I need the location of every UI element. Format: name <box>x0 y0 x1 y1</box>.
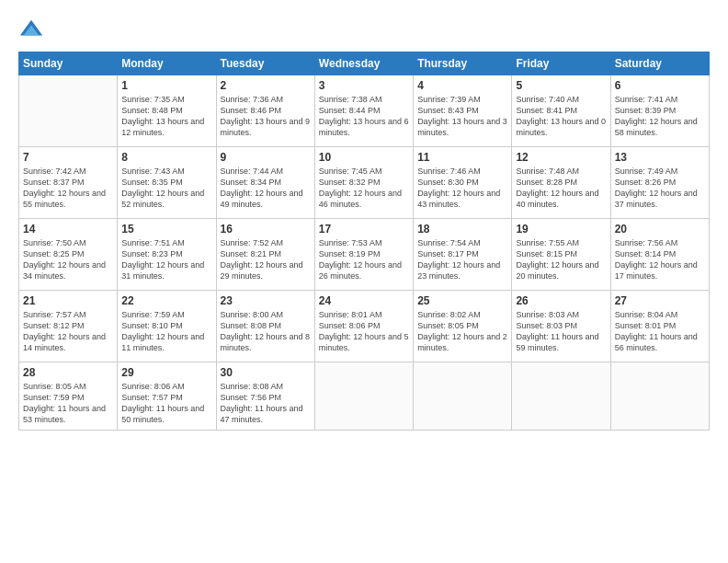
day-number: 13 <box>615 151 705 164</box>
cell-info: Sunrise: 7:53 AMSunset: 8:19 PMDaylight:… <box>319 237 409 282</box>
cell-info: Sunrise: 7:46 AMSunset: 8:30 PMDaylight:… <box>417 166 507 211</box>
day-number: 6 <box>615 79 705 92</box>
calendar-cell <box>512 362 610 431</box>
calendar-cell: 4Sunrise: 7:39 AMSunset: 8:43 PMDaylight… <box>414 75 512 147</box>
cell-info: Sunrise: 7:39 AMSunset: 8:43 PMDaylight:… <box>417 94 507 139</box>
cell-info: Sunrise: 8:00 AMSunset: 8:08 PMDaylight:… <box>221 309 311 354</box>
cell-info: Sunrise: 7:40 AMSunset: 8:41 PMDaylight:… <box>516 94 606 139</box>
calendar-cell: 3Sunrise: 7:38 AMSunset: 8:44 PMDaylight… <box>314 75 413 147</box>
cell-info: Sunrise: 7:41 AMSunset: 8:39 PMDaylight:… <box>615 94 705 139</box>
calendar-body: 1Sunrise: 7:35 AMSunset: 8:48 PMDaylight… <box>19 75 710 431</box>
day-number: 7 <box>23 151 113 164</box>
day-number: 5 <box>516 79 606 92</box>
day-number: 18 <box>417 223 507 236</box>
week-row-1: 7Sunrise: 7:42 AMSunset: 8:37 PMDaylight… <box>19 147 710 219</box>
cell-info: Sunrise: 7:57 AMSunset: 8:12 PMDaylight:… <box>23 309 113 354</box>
cell-info: Sunrise: 7:54 AMSunset: 8:17 PMDaylight:… <box>417 237 507 282</box>
header-cell-friday: Friday <box>512 52 610 75</box>
header-cell-wednesday: Wednesday <box>314 52 413 75</box>
day-number: 28 <box>23 366 113 379</box>
calendar-cell: 30Sunrise: 8:08 AMSunset: 7:56 PMDayligh… <box>216 362 314 431</box>
day-number: 19 <box>516 223 606 236</box>
calendar-cell <box>610 362 709 431</box>
day-number: 12 <box>516 151 606 164</box>
calendar-cell: 17Sunrise: 7:53 AMSunset: 8:19 PMDayligh… <box>314 219 413 291</box>
day-number: 26 <box>516 294 606 307</box>
day-number: 8 <box>121 151 211 164</box>
calendar-cell: 10Sunrise: 7:45 AMSunset: 8:32 PMDayligh… <box>314 147 413 219</box>
cell-info: Sunrise: 8:04 AMSunset: 8:01 PMDaylight:… <box>615 309 705 354</box>
day-number: 24 <box>319 294 409 307</box>
calendar-table: SundayMondayTuesdayWednesdayThursdayFrid… <box>18 52 710 431</box>
calendar-cell: 21Sunrise: 7:57 AMSunset: 8:12 PMDayligh… <box>19 291 118 362</box>
cell-info: Sunrise: 7:42 AMSunset: 8:37 PMDaylight:… <box>23 166 113 211</box>
calendar-header: SundayMondayTuesdayWednesdayThursdayFrid… <box>19 52 710 75</box>
day-number: 27 <box>615 294 705 307</box>
cell-info: Sunrise: 7:48 AMSunset: 8:28 PMDaylight:… <box>516 166 606 211</box>
calendar-cell: 19Sunrise: 7:55 AMSunset: 8:15 PMDayligh… <box>512 219 610 291</box>
week-row-4: 28Sunrise: 8:05 AMSunset: 7:59 PMDayligh… <box>19 362 710 431</box>
calendar-cell: 7Sunrise: 7:42 AMSunset: 8:37 PMDaylight… <box>19 147 118 219</box>
cell-info: Sunrise: 7:38 AMSunset: 8:44 PMDaylight:… <box>319 94 409 139</box>
calendar-cell: 8Sunrise: 7:43 AMSunset: 8:35 PMDaylight… <box>118 147 216 219</box>
calendar-cell: 20Sunrise: 7:56 AMSunset: 8:14 PMDayligh… <box>610 219 709 291</box>
day-number: 21 <box>23 294 113 307</box>
calendar-cell: 9Sunrise: 7:44 AMSunset: 8:34 PMDaylight… <box>216 147 314 219</box>
cell-info: Sunrise: 8:05 AMSunset: 7:59 PMDaylight:… <box>23 381 113 426</box>
day-number: 3 <box>319 79 409 92</box>
calendar-cell: 18Sunrise: 7:54 AMSunset: 8:17 PMDayligh… <box>414 219 512 291</box>
header-cell-monday: Monday <box>118 52 216 75</box>
cell-info: Sunrise: 8:02 AMSunset: 8:05 PMDaylight:… <box>417 309 507 354</box>
cell-info: Sunrise: 7:35 AMSunset: 8:48 PMDaylight:… <box>121 94 211 139</box>
cell-info: Sunrise: 7:45 AMSunset: 8:32 PMDaylight:… <box>319 166 409 211</box>
week-row-2: 14Sunrise: 7:50 AMSunset: 8:25 PMDayligh… <box>19 219 710 291</box>
calendar-cell: 24Sunrise: 8:01 AMSunset: 8:06 PMDayligh… <box>314 291 413 362</box>
header-cell-saturday: Saturday <box>610 52 709 75</box>
calendar-cell: 27Sunrise: 8:04 AMSunset: 8:01 PMDayligh… <box>610 291 709 362</box>
calendar-cell: 12Sunrise: 7:48 AMSunset: 8:28 PMDayligh… <box>512 147 610 219</box>
cell-info: Sunrise: 7:51 AMSunset: 8:23 PMDaylight:… <box>121 237 211 282</box>
cell-info: Sunrise: 8:03 AMSunset: 8:03 PMDaylight:… <box>516 309 606 354</box>
calendar-cell: 22Sunrise: 7:59 AMSunset: 8:10 PMDayligh… <box>118 291 216 362</box>
day-number: 15 <box>121 223 211 236</box>
cell-info: Sunrise: 7:50 AMSunset: 8:25 PMDaylight:… <box>23 237 113 282</box>
day-number: 9 <box>221 151 311 164</box>
week-row-0: 1Sunrise: 7:35 AMSunset: 8:48 PMDaylight… <box>19 75 710 147</box>
cell-info: Sunrise: 7:59 AMSunset: 8:10 PMDaylight:… <box>121 309 211 354</box>
cell-info: Sunrise: 7:56 AMSunset: 8:14 PMDaylight:… <box>615 237 705 282</box>
day-number: 10 <box>319 151 409 164</box>
calendar-cell: 29Sunrise: 8:06 AMSunset: 7:57 PMDayligh… <box>118 362 216 431</box>
cell-info: Sunrise: 7:52 AMSunset: 8:21 PMDaylight:… <box>221 237 311 282</box>
day-number: 25 <box>417 294 507 307</box>
cell-info: Sunrise: 8:08 AMSunset: 7:56 PMDaylight:… <box>221 381 311 426</box>
day-number: 23 <box>221 294 311 307</box>
cell-info: Sunrise: 7:49 AMSunset: 8:26 PMDaylight:… <box>615 166 705 211</box>
calendar-cell: 23Sunrise: 8:00 AMSunset: 8:08 PMDayligh… <box>216 291 314 362</box>
day-number: 29 <box>121 366 211 379</box>
calendar-cell: 5Sunrise: 7:40 AMSunset: 8:41 PMDaylight… <box>512 75 610 147</box>
day-number: 30 <box>221 366 311 379</box>
day-number: 2 <box>221 79 311 92</box>
calendar-cell: 28Sunrise: 8:05 AMSunset: 7:59 PMDayligh… <box>19 362 118 431</box>
calendar-cell <box>314 362 413 431</box>
day-number: 22 <box>121 294 211 307</box>
calendar-cell: 11Sunrise: 7:46 AMSunset: 8:30 PMDayligh… <box>414 147 512 219</box>
calendar-cell: 13Sunrise: 7:49 AMSunset: 8:26 PMDayligh… <box>610 147 709 219</box>
cell-info: Sunrise: 8:06 AMSunset: 7:57 PMDaylight:… <box>121 381 211 426</box>
header-cell-thursday: Thursday <box>414 52 512 75</box>
calendar-cell <box>19 75 118 147</box>
header-row: SundayMondayTuesdayWednesdayThursdayFrid… <box>19 52 710 75</box>
logo-icon <box>18 17 44 42</box>
logo <box>18 17 48 42</box>
calendar-cell: 26Sunrise: 8:03 AMSunset: 8:03 PMDayligh… <box>512 291 610 362</box>
calendar-cell: 25Sunrise: 8:02 AMSunset: 8:05 PMDayligh… <box>414 291 512 362</box>
calendar-cell <box>414 362 512 431</box>
day-number: 17 <box>319 223 409 236</box>
day-number: 1 <box>121 79 211 92</box>
calendar-cell: 14Sunrise: 7:50 AMSunset: 8:25 PMDayligh… <box>19 219 118 291</box>
day-number: 4 <box>417 79 507 92</box>
day-number: 20 <box>615 223 705 236</box>
day-number: 14 <box>23 223 113 236</box>
day-number: 16 <box>221 223 311 236</box>
cell-info: Sunrise: 7:44 AMSunset: 8:34 PMDaylight:… <box>221 166 311 211</box>
